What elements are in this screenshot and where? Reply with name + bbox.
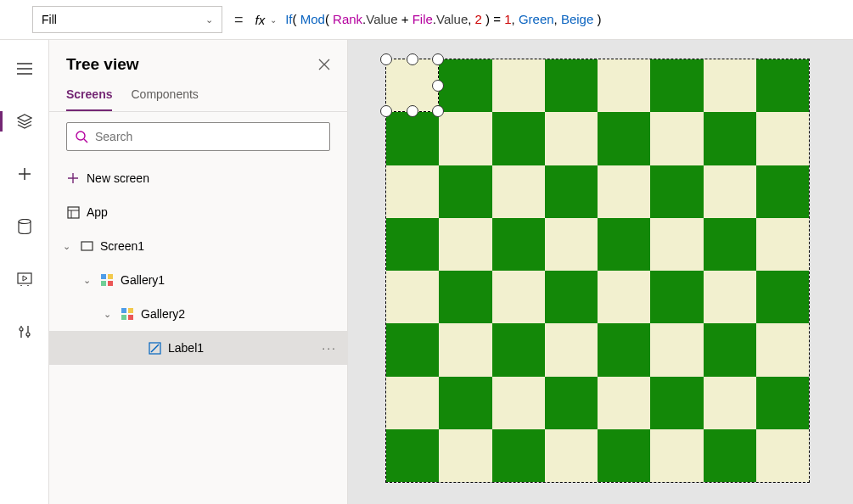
board-square[interactable] (756, 323, 809, 376)
resize-handle-s[interactable] (407, 105, 418, 117)
board-square[interactable] (704, 165, 756, 218)
board-square[interactable] (650, 112, 703, 165)
search-input[interactable] (66, 122, 330, 151)
checkerboard[interactable] (385, 59, 810, 483)
board-square[interactable] (386, 112, 439, 165)
tree-item-gallery2[interactable]: ⌄ Gallery2 (49, 297, 347, 331)
resize-handle-se[interactable] (432, 105, 444, 117)
board-square[interactable] (545, 218, 598, 271)
resize-handle-nw[interactable] (380, 53, 392, 65)
tab-screens[interactable]: Screens (66, 82, 112, 111)
rail-tree-view[interactable] (0, 106, 48, 137)
board-square[interactable] (439, 112, 491, 165)
board-square[interactable] (439, 377, 491, 429)
board-square[interactable] (756, 165, 809, 218)
board-square[interactable] (704, 271, 756, 323)
board-square[interactable] (704, 323, 756, 376)
board-square[interactable] (386, 323, 439, 376)
board-square[interactable] (492, 218, 545, 271)
board-square[interactable] (598, 323, 650, 376)
rail-media[interactable] (0, 264, 48, 294)
rail-insert[interactable] (0, 159, 48, 189)
canvas[interactable] (348, 40, 853, 504)
new-screen-button[interactable]: New screen (49, 161, 347, 195)
board-square[interactable] (386, 377, 439, 429)
board-square[interactable] (439, 429, 491, 482)
board-square[interactable] (386, 165, 439, 218)
tree-item-label: Label1 (168, 341, 204, 355)
board-square[interactable] (756, 59, 809, 112)
board-square[interactable] (386, 429, 439, 482)
board-square[interactable] (439, 59, 491, 112)
board-square[interactable] (439, 271, 491, 323)
fx-button[interactable]: fx ⌄ (255, 13, 278, 27)
board-square[interactable] (756, 112, 809, 165)
resize-handle-n[interactable] (407, 53, 418, 65)
svg-rect-12 (128, 308, 133, 313)
board-square[interactable] (650, 271, 703, 323)
chevron-down-icon[interactable]: ⌄ (63, 241, 73, 252)
board-square[interactable] (650, 59, 703, 112)
board-square[interactable] (545, 112, 598, 165)
board-square[interactable] (545, 377, 598, 429)
board-square[interactable] (756, 218, 809, 271)
board-square[interactable] (598, 377, 650, 429)
property-selector[interactable]: Fill ⌄ (32, 6, 222, 33)
chevron-down-icon[interactable]: ⌄ (83, 275, 93, 286)
tree-close-button[interactable] (318, 59, 330, 70)
board-square[interactable] (704, 429, 756, 482)
board-square[interactable] (492, 112, 545, 165)
search-field[interactable] (95, 130, 321, 143)
board-square[interactable] (598, 218, 650, 271)
resize-handle-sw[interactable] (380, 105, 392, 117)
board-square[interactable] (650, 218, 703, 271)
board-square[interactable] (756, 429, 809, 482)
board-square[interactable] (545, 323, 598, 376)
more-button[interactable]: ··· (322, 341, 337, 355)
board-square[interactable] (492, 271, 545, 323)
selection-box[interactable] (385, 59, 439, 112)
board-square[interactable] (439, 165, 491, 218)
search-icon (76, 131, 88, 143)
board-square[interactable] (545, 271, 598, 323)
board-square[interactable] (704, 59, 756, 112)
board-square[interactable] (704, 377, 756, 429)
board-square[interactable] (439, 323, 491, 376)
tree-item-label1[interactable]: Label1 ··· (49, 331, 347, 365)
resize-handle-e[interactable] (432, 80, 444, 92)
rail-hamburger[interactable] (0, 53, 48, 84)
board-square[interactable] (492, 165, 545, 218)
board-square[interactable] (545, 429, 598, 482)
formula-input[interactable]: If( Mod( Rank.Value + File.Value, 2 ) = … (285, 12, 845, 27)
board-square[interactable] (650, 165, 703, 218)
board-square[interactable] (598, 165, 650, 218)
board-square[interactable] (756, 271, 809, 323)
board-square[interactable] (756, 377, 809, 429)
tree-item-gallery1[interactable]: ⌄ Gallery1 (49, 263, 347, 297)
board-square[interactable] (386, 271, 439, 323)
board-square[interactable] (545, 59, 598, 112)
board-square[interactable] (650, 377, 703, 429)
board-square[interactable] (704, 218, 756, 271)
board-square[interactable] (598, 112, 650, 165)
board-square[interactable] (439, 218, 491, 271)
tab-components[interactable]: Components (131, 82, 198, 111)
board-square[interactable] (492, 377, 545, 429)
board-square[interactable] (598, 429, 650, 482)
board-square[interactable] (598, 59, 650, 112)
rail-tools[interactable] (0, 316, 48, 347)
board-square[interactable] (492, 323, 545, 376)
board-square[interactable] (492, 429, 545, 482)
board-square[interactable] (704, 112, 756, 165)
chevron-down-icon[interactable]: ⌄ (104, 309, 114, 320)
board-square[interactable] (386, 218, 439, 271)
board-square[interactable] (492, 59, 545, 112)
board-square[interactable] (598, 271, 650, 323)
resize-handle-ne[interactable] (432, 53, 444, 65)
rail-data[interactable] (0, 211, 48, 242)
tree-item-screen1[interactable]: ⌄ Screen1 (49, 229, 347, 263)
tree-item-app[interactable]: App (49, 195, 347, 229)
board-square[interactable] (545, 165, 598, 218)
board-square[interactable] (650, 429, 703, 482)
board-square[interactable] (650, 323, 703, 376)
